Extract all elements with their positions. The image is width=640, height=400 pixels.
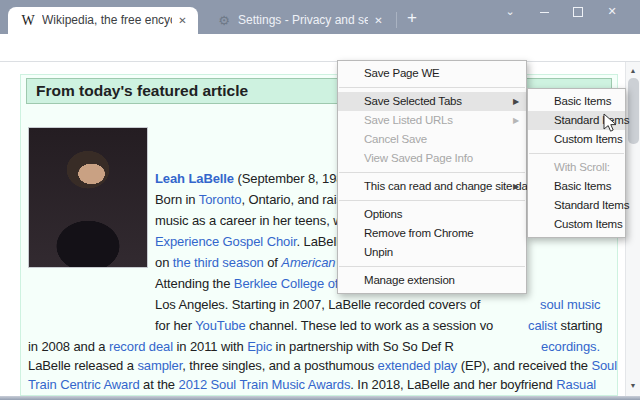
menu-item-save-selected-tabs[interactable]: Save Selected Tabs▶ — [338, 92, 526, 111]
submenu-arrow-icon: ▶ — [513, 92, 519, 111]
wiki-link[interactable]: soul music — [540, 297, 600, 312]
article-text-line: ecordings. — [541, 339, 600, 355]
menu-item-label: Save Selected Tabs — [364, 95, 462, 107]
scroll-up-icon[interactable]: ▲ — [626, 64, 640, 78]
article-text: of — [264, 255, 282, 270]
article-text-line: for her YouTube channel. These led to wo… — [155, 318, 493, 334]
menu-item-label: Basic Items — [554, 180, 611, 192]
tab-title: Settings - Privacy and security — [238, 7, 368, 34]
article-text: in 2011 with — [173, 339, 247, 354]
menu-item-save-page-we[interactable]: Save Page WE — [338, 64, 526, 83]
menu-item-label: View Saved Page Info — [364, 152, 473, 164]
wiki-link[interactable]: Train Centric Award — [28, 377, 140, 392]
article-text-line: LaBelle released a sampler, three single… — [28, 358, 617, 374]
article-text: starting — [557, 318, 602, 333]
menu-item-save-listed-urls: Save Listed URLs▶ — [338, 111, 526, 130]
wiki-link[interactable]: Experience Gospel Choir — [155, 234, 297, 249]
menu-item-with-scroll: With Scroll: — [528, 158, 625, 177]
menu-item-view-saved-page-info: View Saved Page Info — [338, 149, 526, 168]
article-text: LaBelle released a — [28, 358, 137, 373]
scrollbar-thumb[interactable] — [628, 78, 639, 144]
article-text-line: Train Centric Award at the 2012 Soul Tra… — [28, 377, 596, 393]
save-selected-tabs-submenu: Basic ItemsStandard ItemsCustom ItemsWit… — [527, 88, 626, 238]
menu-item-this-can-read-and-change-site-data[interactable]: This can read and change site data▶ — [338, 177, 526, 196]
leah-labelle-photo[interactable] — [28, 127, 148, 268]
article-text: Los Angeles. Starting in 2007, LaBelle r… — [155, 297, 480, 312]
article-text: for her — [155, 318, 195, 333]
wiki-link[interactable]: sampler — [137, 358, 182, 373]
menu-item-manage-extension[interactable]: Manage extension — [338, 271, 526, 290]
article-text: Born in — [155, 192, 199, 207]
wiki-link[interactable]: Soul — [591, 358, 617, 373]
article-text: , three singles, and a posthumous — [182, 358, 377, 373]
menu-item-label: Unpin — [364, 246, 393, 258]
new-tab-button[interactable]: + — [402, 8, 422, 28]
menu-item-remove-from-chrome[interactable]: Remove from Chrome — [338, 224, 526, 243]
menu-item-options[interactable]: Options — [338, 205, 526, 224]
article-text: at the — [140, 377, 179, 392]
window-minimize-button[interactable] — [536, 3, 552, 19]
window-bottom-edge — [0, 396, 640, 400]
wiki-link[interactable]: YouTube — [195, 318, 245, 333]
wiki-link[interactable]: Rasual — [556, 377, 596, 392]
titlebar: W Wikipedia, the free encyclopedia ✕ ⚙ S… — [0, 0, 640, 34]
tab-wikipedia[interactable]: W Wikipedia, the free encyclopedia ✕ — [8, 7, 198, 34]
wiki-link[interactable]: ecordings. — [541, 339, 600, 354]
tab-title: Wikipedia, the free encyclopedia — [42, 7, 172, 34]
browser-window: W Wikipedia, the free encyclopedia ✕ ⚙ S… — [0, 0, 640, 400]
menu-item-label: This can read and change site data — [364, 180, 537, 192]
menu-item-label: Cancel Save — [364, 133, 427, 145]
wiki-link[interactable]: the third season — [173, 255, 264, 270]
window-maximize-button[interactable] — [570, 3, 586, 19]
menu-item-unpin[interactable]: Unpin — [338, 243, 526, 262]
menu-item-label: Custom Items — [554, 133, 623, 145]
menu-item-standard-items[interactable]: Standard Items — [528, 196, 625, 215]
extension-context-menu: Save Page WESave Selected Tabs▶Save List… — [337, 60, 527, 294]
tab-search-chevron-icon[interactable]: ⌄ — [500, 3, 520, 19]
wiki-link[interactable]: calist — [528, 318, 557, 333]
menu-separator — [339, 200, 525, 201]
menu-item-label: Options — [364, 208, 402, 220]
menu-item-basic-items[interactable]: Basic Items — [528, 177, 625, 196]
tab-close-icon[interactable]: ✕ — [175, 13, 190, 28]
menu-item-basic-items[interactable]: Basic Items — [528, 92, 625, 111]
article-text: Attending the — [155, 276, 234, 291]
article-text-line: calist starting — [528, 318, 602, 334]
article-text-line: Los Angeles. Starting in 2007, LaBelle r… — [155, 297, 480, 313]
menu-item-label: Standard Items — [554, 199, 629, 211]
menu-item-label: Save Page WE — [364, 67, 440, 79]
submenu-arrow-icon: ▶ — [513, 111, 519, 130]
tab-close-icon[interactable]: ✕ — [371, 13, 386, 28]
menu-item-label: Remove from Chrome — [364, 227, 474, 239]
wiki-link[interactable]: 2012 Soul Train Music Awards — [179, 377, 351, 392]
tab-separator — [396, 12, 397, 28]
mouse-cursor — [603, 113, 617, 133]
menu-separator — [339, 87, 525, 88]
menu-item-label: Basic Items — [554, 95, 611, 107]
wiki-link[interactable]: record deal — [109, 339, 173, 354]
article-text: on — [155, 255, 173, 270]
scroll-down-icon[interactable]: ▼ — [626, 379, 640, 393]
submenu-arrow-icon: ▶ — [513, 177, 519, 196]
wiki-link[interactable]: Epic — [247, 339, 272, 354]
menu-separator — [339, 266, 525, 267]
wiki-link[interactable]: Toronto — [199, 192, 242, 207]
wiki-link[interactable]: Leah LaBelle — [155, 171, 234, 186]
article-text: in 2008 and a — [28, 339, 109, 354]
article-text: (EP), and received the — [457, 358, 591, 373]
window-close-button[interactable]: ✕ — [604, 3, 620, 19]
menu-separator — [529, 153, 624, 154]
wiki-link[interactable]: extended play — [378, 358, 458, 373]
menu-item-label: With Scroll: — [554, 161, 610, 173]
article-text-line: in 2008 and a record deal in 2011 with E… — [28, 339, 454, 355]
tab-settings[interactable]: ⚙ Settings - Privacy and security ✕ — [204, 7, 394, 34]
article-text: . In 2018, LaBelle and her boyfriend — [350, 377, 556, 392]
article-text: in partnership with So So Def R — [272, 339, 454, 354]
menu-item-label: Standard Items — [554, 114, 629, 126]
menu-item-label: Custom Items — [554, 218, 623, 230]
article-text-line: soul music — [540, 297, 600, 313]
menu-item-custom-items[interactable]: Custom Items — [528, 215, 625, 234]
menu-item-label: Manage extension — [364, 274, 455, 286]
menu-separator — [339, 172, 525, 173]
gear-icon: ⚙ — [216, 13, 232, 29]
